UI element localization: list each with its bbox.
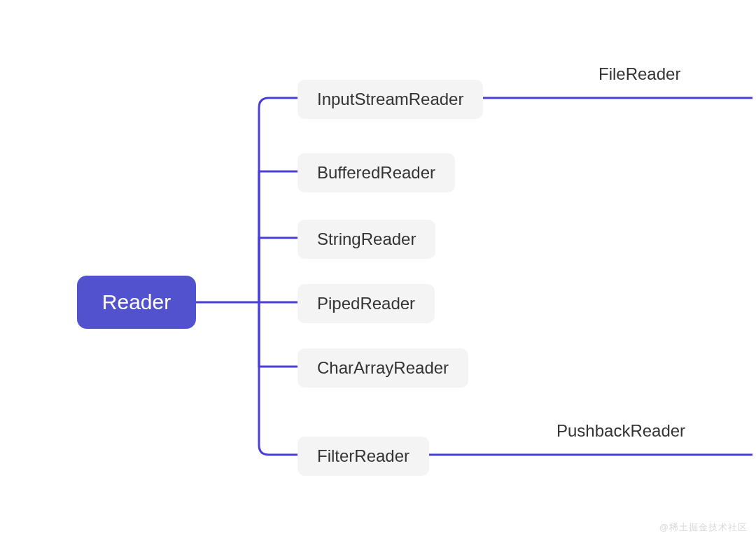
child-node-filterreader: FilterReader [298, 437, 429, 476]
watermark-text: @稀土掘金技术社区 [659, 521, 748, 534]
child-label: CharArrayReader [317, 358, 449, 377]
root-node-reader: Reader [77, 276, 196, 329]
child-label: PipedReader [317, 294, 415, 313]
leaf-label-filereader: FileReader [598, 64, 680, 84]
child-node-bufferedreader: BufferedReader [298, 153, 455, 192]
child-label: BufferedReader [317, 163, 435, 182]
leaf-label-pushbackreader: PushbackReader [556, 421, 685, 441]
child-node-inputstreamreader: InputStreamReader [298, 80, 483, 119]
child-label: InputStreamReader [317, 90, 463, 108]
child-node-pipedreader: PipedReader [298, 284, 435, 323]
child-node-chararrayreader: CharArrayReader [298, 348, 468, 388]
root-label: Reader [102, 290, 171, 314]
child-node-stringreader: StringReader [298, 220, 435, 259]
child-label: StringReader [317, 229, 416, 248]
child-label: FilterReader [317, 446, 410, 465]
